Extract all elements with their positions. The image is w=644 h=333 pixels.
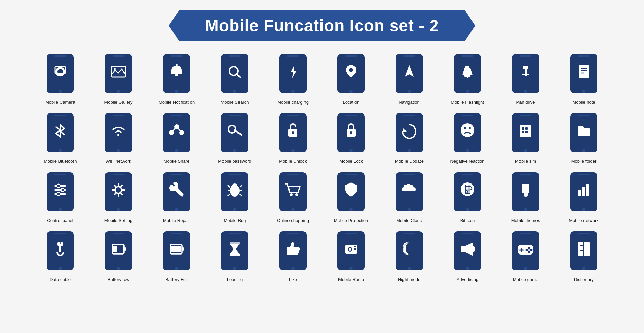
mobile-setting-label: Mobile Setting bbox=[104, 218, 132, 224]
mobile-charging-icon bbox=[274, 51, 312, 97]
mobile-bug-icon bbox=[216, 170, 253, 215]
icon-item-mobile-sim: Mobile sim bbox=[498, 110, 553, 164]
svg-point-32 bbox=[349, 90, 353, 93]
mobile-bug-label: Mobile Bug bbox=[224, 218, 246, 224]
icon-item-mobile-share: Mobile Share bbox=[149, 110, 204, 164]
svg-rect-48 bbox=[520, 55, 531, 57]
mobile-protection-icon bbox=[332, 170, 370, 215]
svg-rect-125 bbox=[48, 176, 72, 207]
mobile-themes-icon bbox=[507, 170, 544, 215]
mobile-search-label: Mobile Search bbox=[220, 100, 249, 105]
mobile-bluetooth-icon bbox=[42, 110, 79, 156]
svg-rect-157 bbox=[287, 174, 299, 175]
svg-point-28 bbox=[291, 90, 295, 93]
svg-point-172 bbox=[466, 208, 469, 211]
icons-grid: Mobile Camera Mobile Gallery Mobile Noti… bbox=[33, 51, 611, 283]
svg-point-244 bbox=[528, 250, 530, 253]
svg-point-248 bbox=[582, 267, 585, 270]
mobile-flashlight-icon bbox=[449, 51, 486, 97]
svg-rect-214 bbox=[287, 233, 299, 234]
svg-rect-50 bbox=[523, 66, 528, 69]
mobile-network-label: Mobile network bbox=[569, 218, 598, 224]
svg-point-219 bbox=[349, 267, 353, 270]
svg-rect-176 bbox=[520, 174, 531, 175]
svg-rect-52 bbox=[522, 74, 529, 75]
svg-rect-223 bbox=[354, 246, 356, 247]
mobile-camera-icon bbox=[42, 51, 79, 97]
mobile-sim-icon bbox=[507, 110, 544, 156]
svg-rect-20 bbox=[223, 58, 247, 89]
mobile-sim-label: Mobile sim bbox=[515, 159, 536, 164]
icon-item-mobile-game: Mobile game bbox=[498, 229, 553, 283]
svg-point-16 bbox=[175, 90, 178, 93]
mobile-folder-label: Mobile folder bbox=[571, 159, 596, 164]
mobile-update-label: Mobile Update bbox=[395, 159, 424, 164]
svg-rect-122 bbox=[578, 115, 590, 116]
svg-point-90 bbox=[291, 149, 295, 152]
svg-point-64 bbox=[59, 149, 62, 152]
wifi-network-label: WiFi network bbox=[105, 159, 131, 164]
svg-point-233 bbox=[472, 246, 475, 252]
mobile-note-icon bbox=[565, 51, 602, 97]
svg-point-137 bbox=[117, 208, 120, 211]
battery-low-icon bbox=[100, 229, 137, 274]
svg-point-132 bbox=[61, 188, 64, 192]
svg-point-192 bbox=[60, 242, 61, 244]
mobile-update-icon bbox=[391, 110, 428, 156]
negative-reaction-icon bbox=[449, 110, 486, 156]
icon-item-mobile-bug: Mobile Bug bbox=[208, 170, 262, 224]
svg-point-110 bbox=[469, 127, 471, 129]
svg-rect-9 bbox=[113, 55, 124, 57]
night-mode-icon bbox=[391, 229, 428, 274]
negative-reaction-label: Negative reaction bbox=[450, 159, 484, 164]
svg-rect-63 bbox=[54, 115, 66, 116]
svg-point-109 bbox=[464, 127, 466, 129]
mobile-repair-icon bbox=[158, 170, 195, 215]
svg-rect-188 bbox=[54, 233, 66, 234]
mobile-unlock-label: Mobile Unlock bbox=[279, 159, 307, 164]
mobile-notification-icon bbox=[158, 51, 195, 97]
svg-rect-89 bbox=[287, 115, 299, 116]
svg-rect-145 bbox=[229, 174, 241, 175]
mobile-password-icon bbox=[216, 110, 253, 156]
svg-rect-113 bbox=[520, 115, 531, 116]
svg-point-222 bbox=[349, 248, 351, 251]
control-panel-icon bbox=[42, 170, 79, 215]
icon-item-mobile-charging: Mobile charging bbox=[266, 51, 320, 105]
svg-rect-101 bbox=[403, 115, 415, 116]
svg-point-168 bbox=[408, 208, 411, 211]
svg-rect-119 bbox=[525, 131, 528, 133]
navigation-label: Navigation bbox=[399, 100, 419, 105]
icon-item-mobile-repair: Mobile Repair bbox=[149, 170, 204, 224]
svg-rect-183 bbox=[578, 190, 581, 196]
svg-rect-156 bbox=[281, 176, 305, 207]
svg-rect-198 bbox=[124, 247, 126, 251]
svg-point-243 bbox=[526, 249, 528, 251]
control-panel-label: Control panel bbox=[47, 218, 73, 224]
svg-point-142 bbox=[175, 208, 178, 211]
mobile-protection-label: Mobile Protection bbox=[334, 218, 368, 224]
svg-point-237 bbox=[524, 267, 527, 270]
location-icon bbox=[332, 51, 370, 97]
svg-rect-191 bbox=[59, 246, 61, 252]
icon-item-mobile-update: Mobile Update bbox=[382, 110, 437, 164]
svg-rect-195 bbox=[113, 233, 124, 234]
svg-point-92 bbox=[292, 131, 294, 134]
svg-point-82 bbox=[233, 149, 236, 152]
svg-point-98 bbox=[350, 131, 352, 134]
svg-rect-43 bbox=[465, 66, 469, 68]
like-icon bbox=[274, 229, 312, 274]
svg-rect-236 bbox=[520, 233, 531, 234]
navigation-icon bbox=[391, 51, 428, 97]
svg-point-10 bbox=[117, 90, 120, 93]
icon-item-like: Like bbox=[266, 229, 320, 283]
mobile-unlock-icon bbox=[274, 110, 312, 156]
svg-point-107 bbox=[466, 149, 469, 152]
location-label: Location bbox=[343, 100, 359, 105]
icon-item-online-shopping: Online shopping bbox=[266, 170, 320, 224]
icon-item-wifi-network: WiFi network bbox=[91, 110, 146, 164]
svg-point-189 bbox=[59, 267, 62, 270]
icon-item-navigation: Navigation bbox=[382, 51, 437, 105]
loading-label: Loading bbox=[227, 277, 243, 283]
mobile-cloud-label: Mobile Cloud bbox=[396, 218, 422, 224]
